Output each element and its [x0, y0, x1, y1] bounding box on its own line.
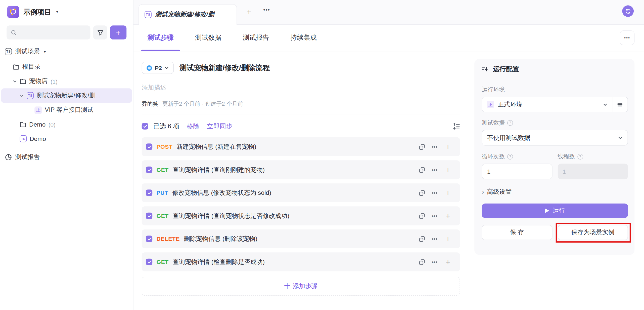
page-title: 测试宠物新建/修改/删除流程: [179, 63, 270, 73]
sync-button[interactable]: [622, 5, 634, 17]
more-options-button[interactable]: •••: [620, 30, 635, 45]
search-input[interactable]: [7, 25, 90, 40]
project-switcher[interactable]: 示例项目 ▾: [0, 0, 133, 18]
tree-item-demo-scenario[interactable]: TS Demo: [0, 132, 133, 146]
loop-count-input[interactable]: [482, 164, 552, 179]
more-horizontal-icon: •••: [432, 190, 437, 196]
step-more-button[interactable]: •••: [432, 144, 437, 150]
select-all-checkbox[interactable]: [142, 123, 148, 130]
step-name: 删除宠物信息 (删除该宠物): [184, 235, 257, 243]
copy-step-button[interactable]: [419, 213, 425, 219]
help-icon: ?: [577, 154, 583, 160]
new-tab-button[interactable]: ＋: [245, 7, 252, 16]
selection-toolbar: 已选 6 项 移除 立即同步: [142, 115, 460, 137]
more-horizontal-icon: •••: [432, 259, 437, 265]
step-name: 查询宠物详情 (查询刚刚建的宠物): [173, 166, 265, 174]
copy-step-button[interactable]: [419, 167, 425, 173]
add-after-button[interactable]: ＋: [444, 257, 452, 267]
copy-step-button[interactable]: [419, 236, 425, 242]
environment-manage-button[interactable]: [612, 97, 627, 112]
chevron-down-icon[interactable]: [20, 94, 24, 98]
tree-item-scenario-selected[interactable]: TS 测试宠物新建/修改/删...: [1, 88, 132, 103]
chevron-down-icon: [618, 135, 623, 140]
app-logo-icon: [7, 6, 19, 18]
more-horizontal-icon: •••: [432, 144, 437, 150]
help-icon: ?: [507, 154, 513, 160]
plus-icon: ＋: [444, 187, 452, 198]
thread-count-label: 线程数: [558, 153, 575, 160]
step-checkbox[interactable]: [146, 236, 152, 242]
check-icon: [147, 144, 151, 149]
tab-test-steps[interactable]: 测试步骤: [141, 25, 180, 51]
folder-icon: [20, 121, 26, 128]
test-data-label: 测试数据: [482, 119, 505, 127]
step-row[interactable]: PUT 修改宠物信息 (修改宠物状态为 sold) ••• ＋: [142, 183, 460, 202]
tree-item-label: 根目录: [22, 63, 41, 71]
copy-step-button[interactable]: [419, 190, 425, 196]
step-checkbox[interactable]: [146, 143, 152, 150]
environment-select[interactable]: 正 正式环境: [482, 97, 628, 112]
tab-test-data[interactable]: 测试数据: [189, 25, 228, 51]
chevron-down-icon[interactable]: [13, 79, 17, 83]
folder-icon: [20, 78, 26, 85]
run-button[interactable]: 运行: [482, 204, 628, 218]
step-checkbox[interactable]: [146, 167, 152, 173]
reorder-button[interactable]: [453, 123, 460, 130]
step-row[interactable]: POST 新建宠物信息 (新建在售宠物) ••• ＋: [142, 137, 460, 156]
new-scenario-button[interactable]: ＋: [110, 25, 126, 40]
tree-item-count: (0): [49, 121, 56, 128]
copy-icon: [419, 259, 425, 265]
add-after-button[interactable]: ＋: [444, 211, 452, 221]
save-button[interactable]: 保 存: [482, 225, 552, 240]
step-row[interactable]: DELETE 删除宠物信息 (删除该宠物) ••• ＋: [142, 229, 460, 248]
filter-button[interactable]: [93, 25, 107, 40]
copy-step-button[interactable]: [419, 144, 425, 150]
step-more-button[interactable]: •••: [432, 190, 437, 196]
step-checkbox[interactable]: [146, 259, 152, 265]
step-more-button[interactable]: •••: [432, 236, 437, 242]
sidebar-item-label: 测试报告: [15, 153, 40, 161]
step-row[interactable]: GET 查询宠物详情 (检查删除是否成功) ••• ＋: [142, 252, 460, 271]
priority-select[interactable]: P2: [142, 62, 174, 74]
app-window: 示例项目 ▾ ＋ TS 测试场景 ▾: [0, 0, 644, 310]
save-as-instance-button[interactable]: 保存为场景实例: [558, 225, 628, 240]
tab-continuous-integration[interactable]: 持续集成: [284, 25, 323, 51]
step-more-button[interactable]: •••: [432, 259, 437, 265]
search-icon: [11, 29, 17, 36]
add-after-button[interactable]: ＋: [444, 234, 452, 244]
step-more-button[interactable]: •••: [432, 167, 437, 173]
add-after-button[interactable]: ＋: [444, 141, 452, 152]
sync-now-link[interactable]: 立即同步: [207, 122, 232, 130]
test-data-select[interactable]: 不使用测试数据: [482, 130, 628, 145]
tree-item-petstore-folder[interactable]: 宠物店 (1): [0, 74, 133, 88]
advanced-settings-toggle[interactable]: › 高级设置: [482, 188, 628, 196]
tab-test-report[interactable]: 测试报告: [237, 25, 275, 51]
scenario-icon: TS: [27, 92, 34, 99]
document-tabstrip: TS 测试宠物新建/修改/删 ＋ •••: [133, 0, 644, 25]
tab-list-button[interactable]: •••: [263, 7, 270, 13]
step-checkbox[interactable]: [146, 213, 152, 219]
step-row[interactable]: GET 查询宠物详情 (查询宠物状态是否修改成功) ••• ＋: [142, 206, 460, 225]
add-after-button[interactable]: ＋: [444, 165, 452, 175]
step-row[interactable]: GET 查询宠物详情 (查询刚刚建的宠物) ••• ＋: [142, 160, 460, 179]
tree-item-label: 宠物店: [29, 77, 48, 85]
chevron-down-icon: ▾: [44, 50, 46, 54]
save-label: 保 存: [510, 228, 524, 236]
copy-step-button[interactable]: [419, 259, 425, 265]
sidebar-item-test-report[interactable]: 测试报告: [0, 150, 133, 164]
copy-icon: [419, 213, 425, 219]
tree-item-demo-folder[interactable]: Demo (0): [0, 117, 133, 132]
tree-item-vip-case[interactable]: 正 VIP 客户接口测试: [0, 103, 133, 117]
tab-scenario-document[interactable]: TS 测试宠物新建/修改/删: [139, 4, 237, 25]
tree-item-root-folder[interactable]: 根目录: [0, 60, 133, 74]
panel-title: 运行配置: [493, 65, 519, 73]
chevron-down-icon: [603, 102, 608, 107]
sidebar-section-scenarios[interactable]: TS 测试场景 ▾: [0, 40, 133, 56]
add-step-button[interactable]: 十 添加步骤: [142, 277, 460, 296]
sidebar: 示例项目 ▾ ＋ TS 测试场景 ▾: [0, 0, 133, 310]
copy-icon: [419, 167, 425, 173]
add-after-button[interactable]: ＋: [444, 187, 452, 198]
step-checkbox[interactable]: [146, 189, 152, 196]
remove-link[interactable]: 移除: [187, 122, 200, 130]
step-more-button[interactable]: •••: [432, 213, 437, 219]
